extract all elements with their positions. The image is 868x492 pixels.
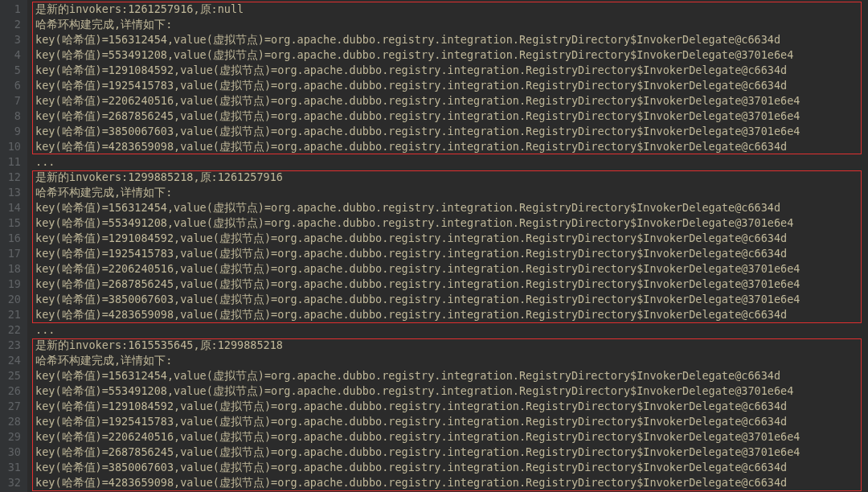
code-line: key(哈希值)=2687856245,value(虚拟节点)=org.apac… xyxy=(32,109,868,124)
code-line: key(哈希值)=2206240516,value(虚拟节点)=org.apac… xyxy=(32,93,868,109)
line-number: 24 xyxy=(0,353,21,368)
code-line: key(哈希值)=2206240516,value(虚拟节点)=org.apac… xyxy=(32,261,868,277)
line-number: 22 xyxy=(0,322,21,338)
line-number: 9 xyxy=(0,124,21,139)
line-number: 21 xyxy=(0,307,21,322)
code-line: key(哈希值)=3850067603,value(虚拟节点)=org.apac… xyxy=(32,292,868,307)
line-number: 20 xyxy=(0,292,21,307)
line-number: 8 xyxy=(0,109,21,124)
line-number: 10 xyxy=(0,139,21,154)
code-line: key(哈希值)=156312454,value(虚拟节点)=org.apach… xyxy=(32,32,868,47)
code-line: key(哈希值)=4283659098,value(虚拟节点)=org.apac… xyxy=(32,475,868,490)
code-line: key(哈希值)=553491208,value(虚拟节点)=org.apach… xyxy=(32,215,868,231)
code-line: 哈希环构建完成,详情如下: xyxy=(32,185,868,200)
line-number: 5 xyxy=(0,63,21,78)
code-line: key(哈希值)=2687856245,value(虚拟节点)=org.apac… xyxy=(32,445,868,460)
line-number: 7 xyxy=(0,93,21,109)
line-number: 31 xyxy=(0,460,21,475)
code-line: key(哈希值)=1291084592,value(虚拟节点)=org.apac… xyxy=(32,63,868,78)
line-number: 16 xyxy=(0,231,21,246)
code-line: key(哈希值)=553491208,value(虚拟节点)=org.apach… xyxy=(32,47,868,63)
code-line: 是新的invokers:1299885218,原:1261257916 xyxy=(32,170,868,185)
code-line: ... xyxy=(32,322,868,338)
code-line: key(哈希值)=1925415783,value(虚拟节点)=org.apac… xyxy=(32,246,868,261)
code-line: key(哈希值)=156312454,value(虚拟节点)=org.apach… xyxy=(32,368,868,383)
line-number: 23 xyxy=(0,338,21,353)
line-number: 12 xyxy=(0,170,21,185)
line-number: 27 xyxy=(0,399,21,414)
line-number: 32 xyxy=(0,475,21,490)
code-line: key(哈希值)=4283659098,value(虚拟节点)=org.apac… xyxy=(32,307,868,322)
line-number: 14 xyxy=(0,200,21,215)
line-number: 4 xyxy=(0,47,21,63)
line-number: 15 xyxy=(0,215,21,231)
code-editor: 1234567891011121314151617181920212223242… xyxy=(0,0,868,492)
line-number: 18 xyxy=(0,261,21,277)
line-number: 28 xyxy=(0,414,21,429)
line-number: 3 xyxy=(0,32,21,47)
code-line: key(哈希值)=2687856245,value(虚拟节点)=org.apac… xyxy=(32,277,868,292)
code-line: ... xyxy=(32,154,868,170)
code-line: key(哈希值)=553491208,value(虚拟节点)=org.apach… xyxy=(32,383,868,399)
line-number: 30 xyxy=(0,445,21,460)
line-number: 1 xyxy=(0,2,21,17)
line-number: 13 xyxy=(0,185,21,200)
code-line: key(哈希值)=3850067603,value(虚拟节点)=org.apac… xyxy=(32,460,868,475)
code-line: 哈希环构建完成,详情如下: xyxy=(32,353,868,368)
line-number: 25 xyxy=(0,368,21,383)
code-line: key(哈希值)=3850067603,value(虚拟节点)=org.apac… xyxy=(32,124,868,139)
code-line: key(哈希值)=1925415783,value(虚拟节点)=org.apac… xyxy=(32,414,868,429)
line-number: 17 xyxy=(0,246,21,261)
line-number: 29 xyxy=(0,429,21,445)
code-line: key(哈希值)=1291084592,value(虚拟节点)=org.apac… xyxy=(32,231,868,246)
code-content[interactable]: 是新的invokers:1261257916,原:null哈希环构建完成,详情如… xyxy=(27,0,868,492)
code-line: 是新的invokers:1615535645,原:1299885218 xyxy=(32,338,868,353)
line-number: 6 xyxy=(0,78,21,93)
code-line: key(哈希值)=156312454,value(虚拟节点)=org.apach… xyxy=(32,200,868,215)
line-number: 2 xyxy=(0,17,21,32)
code-line: 是新的invokers:1261257916,原:null xyxy=(32,2,868,17)
code-line: 哈希环构建完成,详情如下: xyxy=(32,17,868,32)
code-line: key(哈希值)=1925415783,value(虚拟节点)=org.apac… xyxy=(32,78,868,93)
code-line: key(哈希值)=2206240516,value(虚拟节点)=org.apac… xyxy=(32,429,868,445)
code-line: key(哈希值)=4283659098,value(虚拟节点)=org.apac… xyxy=(32,139,868,154)
line-number: 19 xyxy=(0,277,21,292)
line-number: 11 xyxy=(0,154,21,170)
code-line: key(哈希值)=1291084592,value(虚拟节点)=org.apac… xyxy=(32,399,868,414)
line-number: 26 xyxy=(0,383,21,399)
line-gutter: 1234567891011121314151617181920212223242… xyxy=(0,0,27,492)
